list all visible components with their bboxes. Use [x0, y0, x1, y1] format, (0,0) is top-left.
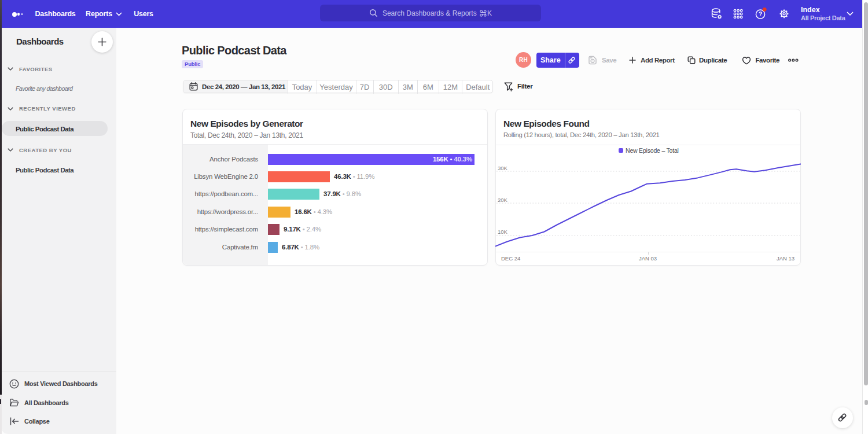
svg-text:?: ?: [759, 11, 762, 17]
